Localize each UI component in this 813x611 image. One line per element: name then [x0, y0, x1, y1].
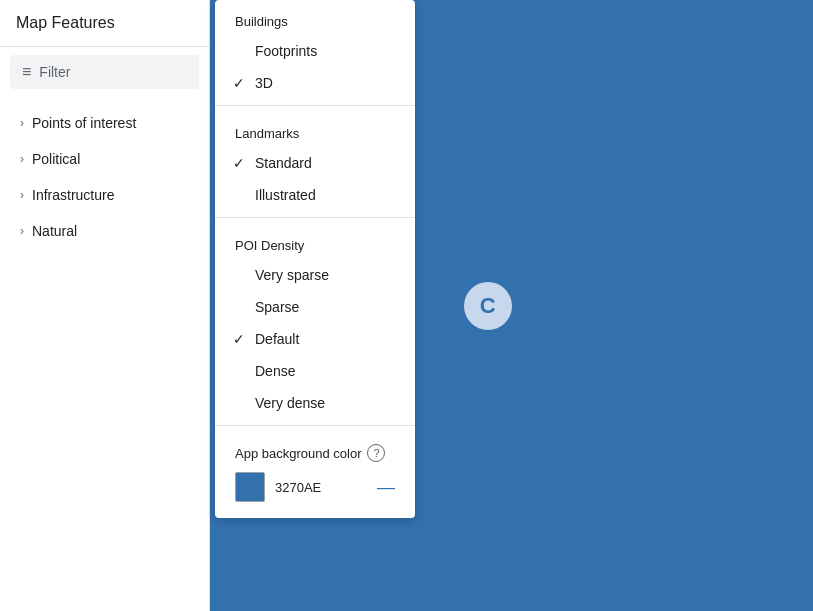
color-section-header: App background color ?: [235, 444, 395, 462]
filter-icon: ≡: [22, 63, 31, 81]
very-sparse-option[interactable]: Very sparse: [215, 259, 415, 291]
map-loading-spinner: C: [464, 282, 512, 330]
sidebar-item-political[interactable]: › Political: [0, 141, 209, 177]
help-icon[interactable]: ?: [367, 444, 385, 462]
sidebar: Map Features ≡ Filter › Points of intere…: [0, 0, 210, 611]
landmarks-section-label: Landmarks: [215, 112, 415, 147]
footprints-label: Footprints: [255, 43, 317, 59]
sparse-option[interactable]: Sparse: [215, 291, 415, 323]
sidebar-item-infrastructure[interactable]: › Infrastructure: [0, 177, 209, 213]
color-value: 3270AE: [275, 480, 367, 495]
poi-density-section-label: POI Density: [215, 224, 415, 259]
check-icon: ✓: [233, 75, 245, 91]
color-swatch[interactable]: [235, 472, 265, 502]
sidebar-title: Map Features: [0, 0, 209, 47]
sidebar-item-label: Political: [32, 151, 80, 167]
color-section-label: App background color: [235, 446, 361, 461]
settings-dropdown: Buildings Footprints ✓ 3D Landmarks ✓ St…: [215, 0, 415, 518]
question-mark: ?: [373, 447, 379, 459]
standard-label: Standard: [255, 155, 312, 171]
color-input-row: 3270AE —: [235, 472, 395, 502]
check-icon: ✓: [233, 331, 245, 347]
default-label: Default: [255, 331, 299, 347]
spinner-letter: C: [480, 293, 496, 319]
footprints-option[interactable]: Footprints: [215, 35, 415, 67]
divider-1: [215, 105, 415, 106]
divider-3: [215, 425, 415, 426]
sidebar-list: › Points of interest › Political › Infra…: [0, 97, 209, 257]
3d-label: 3D: [255, 75, 273, 91]
sidebar-item-label: Infrastructure: [32, 187, 114, 203]
buildings-section-label: Buildings: [215, 0, 415, 35]
dense-label: Dense: [255, 363, 295, 379]
check-icon: ✓: [233, 155, 245, 171]
sparse-label: Sparse: [255, 299, 299, 315]
sidebar-item-natural[interactable]: › Natural: [0, 213, 209, 249]
illustrated-label: Illustrated: [255, 187, 316, 203]
default-option[interactable]: ✓ Default: [215, 323, 415, 355]
very-dense-option[interactable]: Very dense: [215, 387, 415, 419]
color-section: App background color ? 3270AE —: [215, 432, 415, 506]
very-dense-label: Very dense: [255, 395, 325, 411]
clear-color-button[interactable]: —: [377, 478, 395, 496]
filter-label: Filter: [39, 64, 70, 80]
standard-option[interactable]: ✓ Standard: [215, 147, 415, 179]
filter-bar[interactable]: ≡ Filter: [10, 55, 199, 89]
chevron-icon: ›: [20, 116, 24, 130]
sidebar-item-poi[interactable]: › Points of interest: [0, 105, 209, 141]
sidebar-item-label: Points of interest: [32, 115, 136, 131]
illustrated-option[interactable]: Illustrated: [215, 179, 415, 211]
dense-option[interactable]: Dense: [215, 355, 415, 387]
3d-option[interactable]: ✓ 3D: [215, 67, 415, 99]
sidebar-item-label: Natural: [32, 223, 77, 239]
divider-2: [215, 217, 415, 218]
chevron-icon: ›: [20, 188, 24, 202]
very-sparse-label: Very sparse: [255, 267, 329, 283]
chevron-icon: ›: [20, 224, 24, 238]
chevron-icon: ›: [20, 152, 24, 166]
